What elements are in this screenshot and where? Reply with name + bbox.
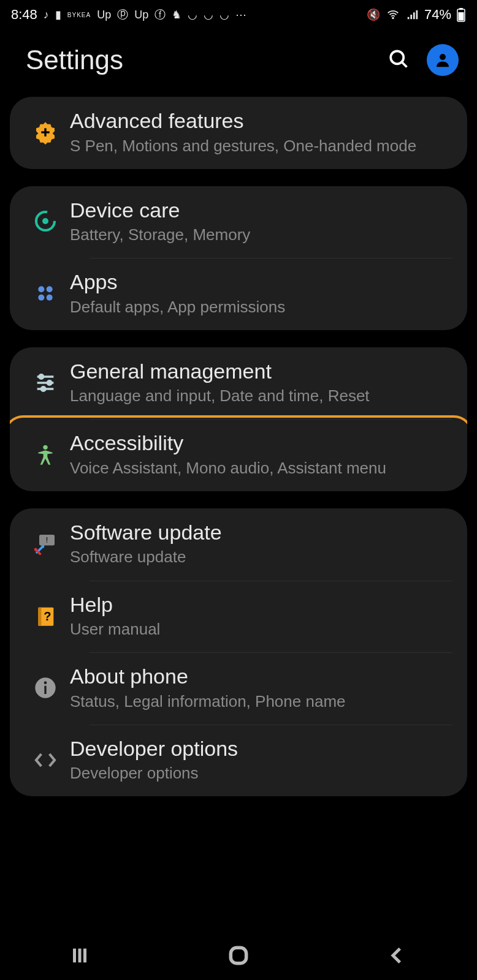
nav-recents-button[interactable] <box>25 938 135 973</box>
settings-item-apps[interactable]: Apps Default apps, App permissions <box>10 258 467 330</box>
item-title: Advanced features <box>70 108 452 134</box>
svg-rect-3 <box>459 8 463 10</box>
upwork-icon: Up <box>97 9 111 21</box>
svg-rect-37 <box>231 948 246 963</box>
wifi-icon <box>386 8 400 21</box>
item-title: Help <box>70 592 452 618</box>
mute-vibrate-icon: 🔇 <box>367 8 380 21</box>
svg-rect-29 <box>38 608 41 626</box>
account-button[interactable] <box>427 44 459 76</box>
svg-rect-2 <box>459 12 464 21</box>
svg-line-5 <box>402 62 407 67</box>
settings-list: Advanced features S Pen, Motions and ges… <box>0 91 477 796</box>
svg-point-20 <box>41 386 45 391</box>
svg-point-14 <box>47 295 53 301</box>
item-subtitle: Default apps, App permissions <box>70 296 452 318</box>
search-icon <box>387 48 410 70</box>
device-care-icon <box>33 209 58 233</box>
apps-icon <box>33 281 58 306</box>
settings-item-about-phone[interactable]: About phone Status, Legal information, P… <box>10 652 467 725</box>
smile-icon: ◡ <box>219 8 229 21</box>
smile-icon: ◡ <box>188 8 197 21</box>
item-title: General management <box>70 358 452 385</box>
item-title: Developer options <box>70 736 452 762</box>
settings-item-accessibility[interactable]: Accessibility Voice Assistant, Mono audi… <box>10 419 467 491</box>
item-subtitle: User manual <box>70 619 452 640</box>
status-notification-icons: ♪ ▮ BYKEA Up ⓟ Up ⓕ ♞ ◡ ◡ ◡ ⋯ <box>44 7 246 22</box>
svg-point-19 <box>47 380 52 385</box>
accessibility-icon <box>33 442 58 467</box>
item-subtitle: Voice Assistant, Mono audio, Assistant m… <box>70 458 452 479</box>
svg-point-18 <box>39 374 44 379</box>
status-system-icons: 🔇 <box>367 8 419 21</box>
svg-text:!: ! <box>46 535 48 544</box>
page-title: Settings <box>26 45 123 75</box>
pinterest-icon: ⓟ <box>117 7 128 22</box>
svg-rect-32 <box>44 686 46 694</box>
smile-icon: ◡ <box>204 8 213 21</box>
settings-group: General management Language and input, D… <box>10 347 467 491</box>
item-subtitle: Battery, Storage, Memory <box>70 224 452 246</box>
app-icon: ♞ <box>172 8 181 21</box>
developer-icon <box>33 748 58 772</box>
person-icon <box>433 51 452 69</box>
svg-point-0 <box>392 18 394 19</box>
help-icon: ? <box>33 603 58 628</box>
facebook-icon: ⓕ <box>155 7 166 22</box>
item-subtitle: S Pen, Motions and gestures, One-handed … <box>70 135 452 157</box>
navigation-bar <box>0 931 477 980</box>
item-subtitle: Software update <box>70 546 452 568</box>
back-icon <box>387 945 408 966</box>
music-icon: ♪ <box>44 9 49 21</box>
svg-point-21 <box>43 445 47 450</box>
svg-point-4 <box>391 51 403 64</box>
more-icon: ⋯ <box>235 8 246 21</box>
sliders-icon <box>33 371 58 395</box>
home-icon <box>227 944 250 967</box>
search-button[interactable] <box>387 48 410 72</box>
battery-percentage: 74% <box>424 7 451 23</box>
settings-item-developer-options[interactable]: Developer options Developer options <box>10 725 467 797</box>
item-title: Device care <box>70 197 452 224</box>
svg-point-10 <box>42 218 48 224</box>
gear-plus-icon <box>33 120 58 145</box>
battery-icon <box>456 7 466 22</box>
nav-back-button[interactable] <box>342 938 452 973</box>
settings-item-device-care[interactable]: Device care Battery, Storage, Memory <box>10 186 467 258</box>
settings-item-advanced-features[interactable]: Advanced features S Pen, Motions and ges… <box>10 97 467 169</box>
svg-rect-8 <box>41 131 49 133</box>
svg-point-12 <box>47 286 53 292</box>
svg-point-33 <box>44 681 47 684</box>
settings-item-general-management[interactable]: General management Language and input, D… <box>10 347 467 420</box>
status-bar: 8:48 ♪ ▮ BYKEA Up ⓟ Up ⓕ ♞ ◡ ◡ ◡ ⋯ 🔇 74% <box>0 0 477 29</box>
svg-point-11 <box>38 286 44 292</box>
item-subtitle: Status, Legal information, Phone name <box>70 691 452 712</box>
bykea-icon: BYKEA <box>67 12 91 18</box>
item-title: Software update <box>70 519 452 546</box>
settings-group: Device care Battery, Storage, Memory App… <box>10 186 467 330</box>
item-subtitle: Developer options <box>70 763 452 784</box>
app-header: Settings <box>0 29 477 91</box>
recents-icon <box>69 945 90 966</box>
nav-home-button[interactable] <box>183 938 294 973</box>
settings-item-software-update[interactable]: ! Software update Software update <box>10 508 467 581</box>
upwork-icon: Up <box>134 9 148 21</box>
svg-point-6 <box>440 54 446 60</box>
settings-item-help[interactable]: ? Help User manual <box>10 581 467 653</box>
message-icon: ▮ <box>55 8 61 21</box>
software-update-icon: ! <box>33 532 58 556</box>
item-subtitle: Language and input, Date and time, Reset <box>70 385 452 407</box>
info-icon <box>33 676 58 700</box>
svg-text:?: ? <box>44 610 51 624</box>
item-title: About phone <box>70 663 452 690</box>
settings-group: Advanced features S Pen, Motions and ges… <box>10 97 467 169</box>
status-time: 8:48 <box>11 7 37 23</box>
svg-point-13 <box>38 295 44 301</box>
item-title: Accessibility <box>70 430 452 456</box>
item-title: Apps <box>70 269 452 295</box>
settings-group: ! Software update Software update ? Help… <box>10 508 467 796</box>
signal-icon <box>406 8 419 21</box>
